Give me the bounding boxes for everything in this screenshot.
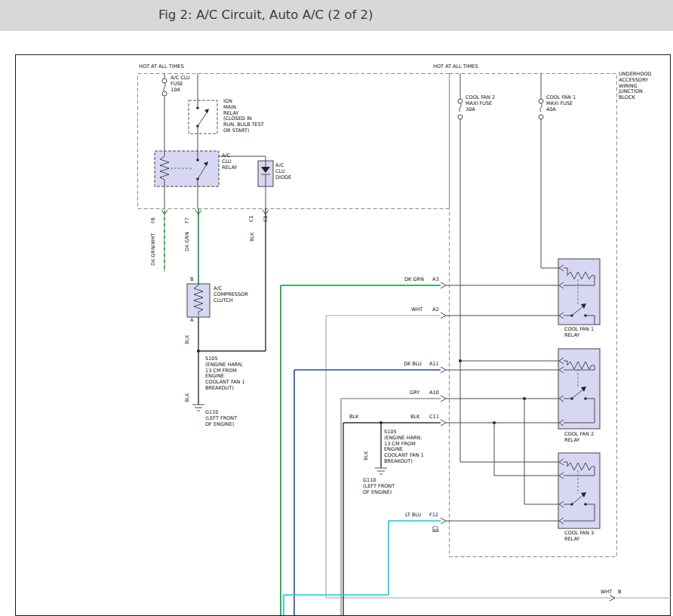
ac-compressor-clutch-symbol <box>187 284 210 317</box>
label-pin-c1-b: C1 <box>263 215 269 222</box>
figure-page: Fig 2: A/C Circuit, Auto A/C (2 of 2) <box>0 0 673 616</box>
label-cool-fan-1-relay: COOL FAN 1 RELAY <box>564 327 594 339</box>
label-wire-blk-gnd2: BLK <box>363 451 369 460</box>
label-pin-f12: F12 <box>429 513 438 519</box>
label-clutch-pin-b: B <box>190 277 193 283</box>
label-hot-at-all-times-1: HOT AT ALL TIMES <box>139 64 184 70</box>
label-ign-main-relay: IGN MAIN RELAY (CLOSED IN RUN, BULB TEST… <box>223 99 264 134</box>
label-wire-blk-diode: BLK <box>249 233 255 242</box>
label-cool-fan-2-fuse: COOL FAN 2 MAXI FUSE 30A <box>466 95 495 112</box>
label-hot-at-all-times-2: HOT AT ALL TIMES <box>433 64 478 70</box>
label-ac-clu-fuse: A/C CLU FUSE 10A <box>171 75 190 93</box>
label-wire-lt-blu: LT BLU <box>405 513 421 519</box>
label-wire-dk-grn: DK GRN <box>184 232 190 251</box>
label-clutch-pin-a: A <box>190 318 193 324</box>
label-ground-g110-1: G110 (LEFT FRONT OF ENGINE) <box>205 410 237 427</box>
label-wire-dk-grn-wht: DK GRN/WHT <box>150 233 156 266</box>
label-pin-a3: A3 <box>432 277 439 283</box>
label-pin-c11: C11 <box>429 414 439 420</box>
label-pin-c1-a: C1 <box>248 215 254 222</box>
label-cool-fan-2-relay: COOL FAN 2 RELAY <box>564 432 594 444</box>
label-pin-a10: A10 <box>429 390 439 396</box>
label-wire-dk-grn-2: DK GRN <box>404 277 424 283</box>
label-junction-block: UNDERHOOD ACCESSORY WIRING JUNCTION BLOC… <box>619 72 651 101</box>
label-pin-f8: F8 <box>150 217 156 223</box>
label-ac-clu-relay: A/C CLU RELAY <box>222 153 237 171</box>
label-pin-a2: A2 <box>432 307 439 313</box>
label-wire-gry: GRY <box>410 390 419 396</box>
label-wire-blk-left: BLK <box>349 414 358 420</box>
cool-fan-1-relay-symbol <box>558 259 600 325</box>
label-ac-compressor-clutch: A/C COMPRESSOR CLUTCH <box>214 286 248 303</box>
label-wire-wht: WHT <box>411 307 423 313</box>
label-pin-a11: A11 <box>429 362 439 368</box>
label-wire-blk-gnd1: BLK <box>184 393 190 402</box>
label-ac-clu-diode: A/C CLU DIODE <box>275 163 291 180</box>
label-cool-fan-3-relay: COOL FAN 3 RELAY <box>564 531 594 543</box>
cool-fan-2-relay-symbol <box>558 349 600 429</box>
splice-s105-1 <box>197 350 200 353</box>
label-connector-c1: C1 <box>432 526 439 532</box>
label-pin-b: B <box>618 590 621 596</box>
label-wire-blk-right: BLK <box>410 414 419 420</box>
label-pin-f7: F7 <box>184 217 190 223</box>
wiring-diagram-canvas <box>0 0 673 616</box>
label-wire-dk-blu: DK BLU <box>404 362 422 368</box>
label-cool-fan-1-fuse: COOL FAN 1 MAXI FUSE 40A <box>546 95 576 112</box>
label-wire-wht-2: WHT <box>601 590 612 596</box>
label-splice-s105-2: S105 (ENGINE HARN, 13 CM FROM ENGINE COO… <box>384 430 424 465</box>
cool-fan-3-relay-symbol <box>558 453 600 528</box>
label-splice-s105-1: S105 (ENGINE HARN, 13 CM FROM ENGINE COO… <box>205 356 245 392</box>
label-wire-blk-clutch: BLK <box>184 335 190 344</box>
label-ground-g110-2: G110 (LEFT FRONT OF ENGINE) <box>363 478 395 495</box>
